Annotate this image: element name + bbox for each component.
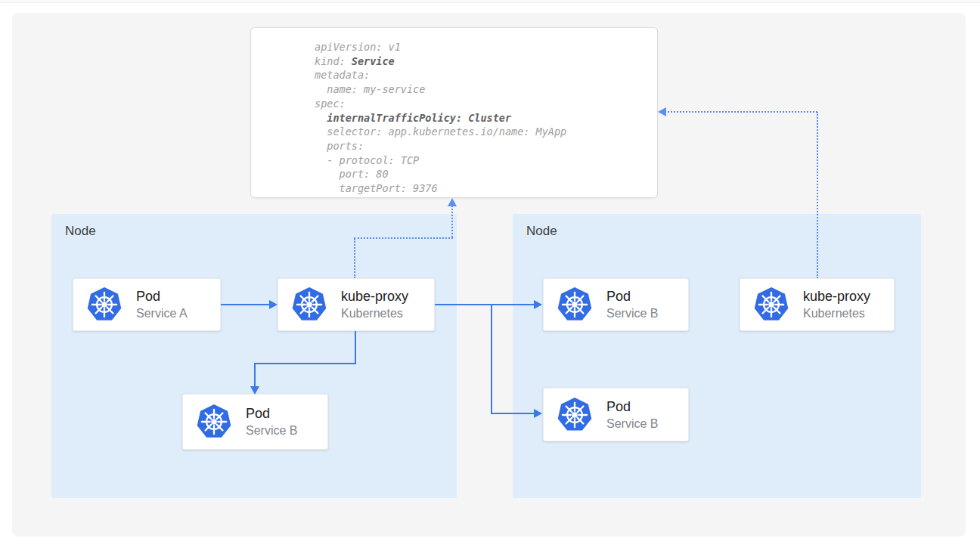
- arrow-kubeproxy-to-podB-left-v2: [254, 363, 256, 387]
- node-label: Node: [526, 224, 557, 239]
- arrow-kubeproxy-to-podB-left-v1: [355, 331, 356, 364]
- yaml-line: port: 80: [315, 167, 657, 181]
- arrow-branch-down: [491, 304, 492, 414]
- kubernetes-logo-icon: [195, 403, 233, 441]
- pod-service-b-card-right-bottom[interactable]: Pod Service B: [543, 388, 689, 441]
- yaml-line: selector: app.kubernetes.io/name: MyApp: [315, 125, 657, 139]
- service-yaml-card: apiVersion: v1kind: Servicemetadata: nam…: [250, 27, 658, 198]
- arrowhead-right-icon: [269, 300, 278, 309]
- yaml-line: internalTrafficPolicy: Cluster: [315, 111, 657, 125]
- dotted-kubeproxy-right-v: [817, 112, 818, 278]
- card-title: Pod: [606, 288, 658, 305]
- card-title: Pod: [136, 288, 188, 305]
- arrowhead-right-icon: [534, 300, 542, 309]
- arrowhead-down-icon: [250, 386, 259, 395]
- kube-proxy-card-left[interactable]: kube-proxy Kubernetes: [278, 278, 435, 331]
- yaml-code: apiVersion: v1kind: Servicemetadata: nam…: [315, 40, 657, 196]
- yaml-line: ports:: [315, 139, 657, 153]
- card-title: kube-proxy: [341, 288, 408, 305]
- card-subtitle: Service B: [246, 423, 297, 438]
- kubernetes-logo-icon: [752, 286, 790, 323]
- pod-service-b-card-right-top[interactable]: Pod Service B: [543, 278, 689, 331]
- arrow-branch-to-podB-bottom: [491, 413, 535, 414]
- arrow-podA-to-kubeproxy: [221, 304, 270, 305]
- card-title: Pod: [606, 398, 658, 416]
- yaml-line: name: my-service: [315, 82, 657, 97]
- diagram-canvas: apiVersion: v1kind: Servicemetadata: nam…: [0, 0, 980, 551]
- pod-service-b-card-left[interactable]: Pod Service B: [182, 394, 328, 450]
- yaml-line: spec:: [315, 97, 657, 111]
- yaml-line: targetPort: 9376: [315, 181, 657, 196]
- node-label: Node: [65, 224, 96, 239]
- arrowhead-right-icon: [534, 409, 542, 418]
- yaml-line: metadata:: [315, 68, 657, 82]
- kubernetes-logo-icon: [85, 286, 123, 323]
- top-divider: [0, 0, 980, 3]
- card-subtitle: Kubernetes: [803, 305, 870, 321]
- card-subtitle: Kubernetes: [341, 305, 408, 321]
- yaml-line: - protocol: TCP: [315, 153, 657, 168]
- node-box-right: Node: [513, 214, 921, 498]
- arrow-kubeproxy-to-podB-left-h: [254, 363, 356, 364]
- kubernetes-logo-icon: [556, 396, 594, 434]
- dotted-kubeproxy-left-h: [354, 237, 453, 239]
- pod-service-a-card[interactable]: Pod Service A: [73, 278, 221, 331]
- kube-proxy-card-right[interactable]: kube-proxy Kubernetes: [740, 278, 895, 331]
- card-title: Pod: [246, 405, 297, 423]
- node-box-left: Node: [51, 214, 457, 498]
- card-subtitle: Service A: [136, 305, 188, 321]
- dotted-to-yaml-bottom-v: [451, 206, 453, 237]
- yaml-line: kind: Service: [315, 54, 657, 69]
- dotted-kubeproxy-right-h: [662, 111, 817, 113]
- arrowhead-left-icon: [658, 107, 666, 116]
- kubernetes-logo-icon: [556, 286, 594, 323]
- yaml-line: apiVersion: v1: [315, 40, 657, 54]
- arrowhead-up-icon: [448, 198, 457, 206]
- card-subtitle: Service B: [606, 305, 658, 321]
- card-title: kube-proxy: [803, 288, 870, 305]
- kubernetes-logo-icon: [290, 286, 328, 323]
- arrow-kubeproxy-to-right-node-h: [435, 304, 535, 305]
- card-subtitle: Service B: [606, 416, 658, 432]
- dotted-kubeproxy-left-v: [354, 239, 355, 278]
